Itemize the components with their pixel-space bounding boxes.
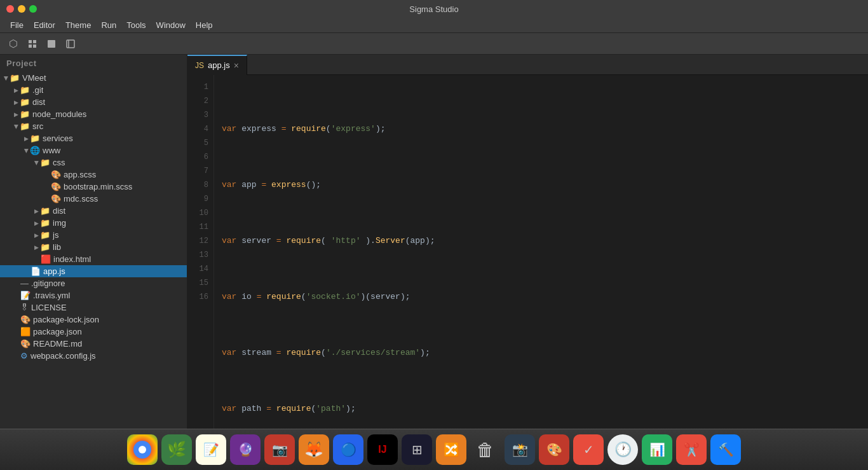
tree-item-dist-root[interactable]: ▶ 📁 dist xyxy=(0,96,187,108)
dock-item-notes[interactable]: 📝 xyxy=(196,434,226,465)
tree-item-css[interactable]: ▶ 📁 css xyxy=(0,156,187,169)
globe-folder-icon: 🌐 xyxy=(30,146,40,155)
tree-label-img: img xyxy=(53,218,66,228)
tree-label-gitignore: .gitignore xyxy=(31,279,65,288)
tab-app-js[interactable]: JS app.js × xyxy=(187,55,247,75)
menu-run[interactable]: Run xyxy=(96,19,121,31)
code-content[interactable]: var express = require('express'); var ap… xyxy=(214,75,868,429)
dock-item-screenium[interactable]: 🔮 xyxy=(230,434,261,465)
tree-item-img[interactable]: ▶ 📁 img xyxy=(0,217,187,229)
dock-item-chrome[interactable] xyxy=(127,434,158,465)
tree-item-lib[interactable]: ▶ 📁 lib xyxy=(0,241,187,253)
dock-item-mosaic[interactable]: ⊞ xyxy=(402,434,432,465)
tree-item-services[interactable]: ▶ 📁 services xyxy=(0,132,187,144)
tree-label-webpack: webpack.config.js xyxy=(31,351,96,361)
toolbar-icon-4[interactable] xyxy=(62,36,79,52)
line-num-13: 13 xyxy=(187,248,214,262)
tree-label-www: www xyxy=(43,146,60,155)
tree-item-index-html[interactable]: 🟥 index.html xyxy=(0,253,187,265)
tree-item-webpack[interactable]: ⚙ webpack.config.js xyxy=(0,350,187,362)
tab-js-icon: JS xyxy=(195,61,204,70)
tab-close-button[interactable]: × xyxy=(234,60,239,71)
md-icon: 🎨 xyxy=(20,339,31,349)
sidebar-header: Project xyxy=(0,55,187,72)
dock-item-leaf[interactable]: 🌿 xyxy=(161,434,192,465)
json-icon: 🎨 xyxy=(20,315,31,324)
tree-label-dist-www: dist xyxy=(53,206,65,216)
dock: 🌿 📝 🔮 📷 🦊 🔵 IJ ⊞ 🔀 🗑 📸 🎨 ✓ xyxy=(0,429,868,470)
dock-item-intellij[interactable]: IJ xyxy=(367,434,398,465)
tree-item-app-scss[interactable]: 🎨 app.scss xyxy=(0,169,187,181)
config-icon: — xyxy=(20,279,29,288)
folder-icon: 📁 xyxy=(30,134,40,143)
dock-item-mango[interactable]: 🔵 xyxy=(333,434,363,465)
code-line-6: var path = require('path'); xyxy=(222,402,860,416)
tree-label-license: LICENSE xyxy=(31,303,67,312)
tree-item-www[interactable]: ▶ 🌐 www xyxy=(0,144,187,156)
svg-rect-0 xyxy=(29,40,32,43)
scss-icon: 🎨 xyxy=(51,170,61,179)
tree-item-gitignore[interactable]: — .gitignore xyxy=(0,277,187,289)
tree-item-git[interactable]: ▶ 📁 .git xyxy=(0,84,187,96)
toolbar-icon-2[interactable] xyxy=(24,36,41,52)
tree-item-node-modules[interactable]: ▶ 📁 node_modules xyxy=(0,108,187,120)
tree-item-license[interactable]: 🎖 LICENSE xyxy=(0,301,187,314)
dock-item-taska[interactable]: ✓ xyxy=(573,434,604,465)
close-button[interactable] xyxy=(6,5,14,13)
tree-label-package-json: package.json xyxy=(33,327,82,336)
menu-file[interactable]: File xyxy=(5,19,29,31)
toolbar-icon-3[interactable] xyxy=(43,36,60,52)
dock-item-tools[interactable]: ✂️ xyxy=(676,434,707,465)
svg-point-8 xyxy=(139,446,146,453)
html-icon: 🟥 xyxy=(41,254,51,264)
tree-label-src: src xyxy=(32,121,43,131)
dock-item-clock[interactable]: 🕐 xyxy=(607,434,638,465)
tree-label-git: .git xyxy=(32,85,43,95)
menu-tools[interactable]: Tools xyxy=(121,19,151,31)
chevron-icon: ▶ xyxy=(13,124,20,128)
tree-item-bootstrap-scss[interactable]: 🎨 bootstrap.min.scss xyxy=(0,181,187,193)
maximize-button[interactable] xyxy=(29,5,37,13)
dock-item-vmix[interactable]: 🔀 xyxy=(436,434,466,465)
tree-item-js[interactable]: ▶ 📁 js xyxy=(0,229,187,241)
editor-area: JS app.js × 1 2 3 4 5 6 7 8 9 10 11 12 1… xyxy=(187,55,868,429)
folder-icon: 📁 xyxy=(40,242,50,252)
folder-icon: 📁 xyxy=(10,73,20,83)
dock-item-xcode[interactable]: 🔨 xyxy=(710,434,741,465)
tree-item-package-json[interactable]: 🟧 package.json xyxy=(0,326,187,338)
line-num-11: 11 xyxy=(187,220,214,234)
code-editor[interactable]: 1 2 3 4 5 6 7 8 9 10 11 12 13 14 15 16 xyxy=(187,75,868,429)
tree-item-readme[interactable]: 🎨 README.md xyxy=(0,338,187,350)
code-line-3: var server = require( 'http' ).Server(ap… xyxy=(222,234,860,248)
menu-editor[interactable]: Editor xyxy=(29,19,60,31)
title-bar: Sigma Studio xyxy=(0,0,868,18)
tree-label-bootstrap-scss: bootstrap.min.scss xyxy=(64,182,132,191)
chevron-icon: ▶ xyxy=(34,220,39,226)
menu-window[interactable]: Window xyxy=(151,19,191,31)
tree-item-vmeet[interactable]: ▶ 📁 VMeet xyxy=(0,72,187,84)
tree-item-src[interactable]: ▶ 📁 src xyxy=(0,120,187,132)
menu-help[interactable]: Help xyxy=(191,19,218,31)
tree-label-readme: README.md xyxy=(33,339,82,349)
yml-icon: 📝 xyxy=(20,291,31,300)
tree-item-travis[interactable]: 📝 .travis.yml xyxy=(0,289,187,301)
minimize-button[interactable] xyxy=(18,5,25,13)
tree-item-dist-www[interactable]: ▶ 📁 dist xyxy=(0,205,187,217)
tree-item-app-js[interactable]: 📄 app.js xyxy=(0,265,187,277)
tab-bar: JS app.js × xyxy=(187,55,868,75)
dock-item-istat[interactable]: 📊 xyxy=(642,434,672,465)
tree-item-mdc-scss[interactable]: 🎨 mdc.scss xyxy=(0,193,187,205)
dock-item-firefox[interactable]: 🦊 xyxy=(299,434,329,465)
dock-item-colorui[interactable]: 🎨 xyxy=(539,434,569,465)
menu-theme[interactable]: Theme xyxy=(60,19,96,31)
tree-item-package-lock[interactable]: 🎨 package-lock.json xyxy=(0,314,187,326)
dock-item-trash[interactable]: 🗑 xyxy=(470,434,501,465)
folder-icon: 📁 xyxy=(40,230,50,240)
dock-item-screenshot[interactable]: 📸 xyxy=(505,434,535,465)
chevron-icon: ▶ xyxy=(34,232,39,238)
tree-label-dist-root: dist xyxy=(32,97,45,107)
line-num-3: 3 xyxy=(187,108,214,122)
dock-item-photobooth[interactable]: 📷 xyxy=(264,434,295,465)
line-num-14: 14 xyxy=(187,262,214,276)
toolbar-icon-1[interactable]: ⬡ xyxy=(5,36,22,52)
